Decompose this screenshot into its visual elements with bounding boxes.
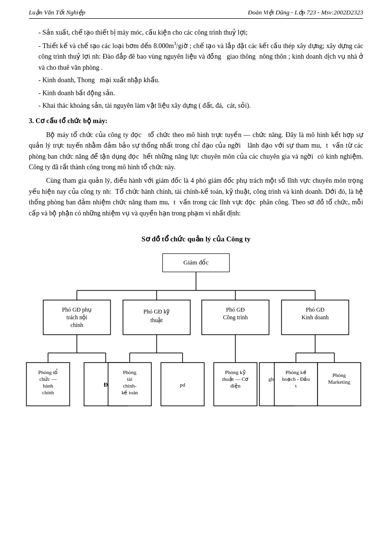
svg-text:Phó GĐ: Phó GĐ xyxy=(306,306,324,313)
header-left: Luận Văn Tốt Nghiệp xyxy=(29,9,86,16)
org-lines-svg: Phó GĐ phụ trách nội chính Phó GĐ kỹ thu… xyxy=(29,272,363,426)
bullet-2: - Thiết kế và chế tạo các loại bơm đến 8… xyxy=(29,40,363,73)
svg-text:trách nội: trách nội xyxy=(66,314,87,321)
org-chart-section: Sơ đồ tổ chức quản lý của Công ty Giám đ… xyxy=(29,233,363,426)
svg-text:Marketing: Marketing xyxy=(328,379,350,385)
giam-doc-box: Giám đốc xyxy=(162,253,230,272)
svg-text:Kinh doanh: Kinh doanh xyxy=(302,314,329,321)
svg-text:chức —: chức — xyxy=(39,376,57,382)
bullet-3: - Kinh doanh, Thong mại xuất nhập khẩu. xyxy=(29,75,363,86)
svg-text:pd: pd xyxy=(180,382,186,388)
bullet-4: - Kinh doanh bất động sản. xyxy=(29,88,363,99)
svg-text:hoạch - Đầu: hoạch - Đầu xyxy=(282,376,310,382)
svg-text:Phòng: Phòng xyxy=(332,372,346,378)
page-header: Luận Văn Tốt Nghiệp Đoàn Việt Dũng - Lớp… xyxy=(29,9,363,19)
section-3-heading: 3. Cơ cấu tổ chức bộ máy: xyxy=(29,116,363,126)
svg-text:Phòng tổ: Phòng tổ xyxy=(38,369,58,375)
bullet-1: - Sản xuất, chế tạo thiết bị máy móc, cấ… xyxy=(29,27,363,38)
svg-text:t: t xyxy=(295,383,296,389)
svg-text:Phòng kế: Phòng kế xyxy=(285,369,306,375)
diagram-title: Sơ đồ tổ chức quản lý của Công ty xyxy=(29,233,363,245)
svg-text:Đ: Đ xyxy=(104,381,108,388)
svg-text:Phó GĐ phụ: Phó GĐ phụ xyxy=(62,306,92,313)
svg-text:hành: hành xyxy=(43,383,53,389)
svg-text:Phòng kỹ: Phòng kỹ xyxy=(225,369,245,375)
bullet-5: - Khai thác khoáng sản, tài nguyên làm v… xyxy=(29,100,363,111)
main-content: - Sản xuất, chế tạo thiết bị máy móc, cấ… xyxy=(29,27,363,426)
svg-text:Phòng: Phòng xyxy=(123,369,137,375)
paragraph-1: Bộ máy tổ chức của công ty đọc tổ chức t… xyxy=(29,130,363,173)
page: Luận Văn Tốt Nghiệp Đoàn Việt Dũng - Lớp… xyxy=(0,0,392,540)
svg-text:chính: chính xyxy=(71,322,84,328)
svg-text:tài: tài xyxy=(127,376,133,382)
svg-text:thuật: thuật xyxy=(150,317,163,324)
giam-doc-label: Giám đốc xyxy=(184,259,208,266)
paragraph-2: Cùng tham gia quản lý, điều hành với giá… xyxy=(29,176,363,219)
svg-text:điện: điện xyxy=(230,383,241,389)
svg-text:Phó GĐ: Phó GĐ xyxy=(226,306,245,313)
header-right: Đoàn Việt Dũng - Lớp 723 - Msv:2002D2323 xyxy=(248,9,363,16)
svg-text:chính: chính xyxy=(42,389,54,395)
svg-text:thuật — Cơ: thuật — Cơ xyxy=(222,376,249,382)
org-chart: Giám đốc Phó GĐ phụ xyxy=(29,253,363,426)
svg-text:Phó GĐ kỹ: Phó GĐ kỹ xyxy=(143,308,170,315)
svg-text:kế toán: kế toán xyxy=(122,389,138,395)
svg-text:chính-: chính- xyxy=(123,383,136,389)
svg-text:Công trình: Công trình xyxy=(223,314,248,321)
